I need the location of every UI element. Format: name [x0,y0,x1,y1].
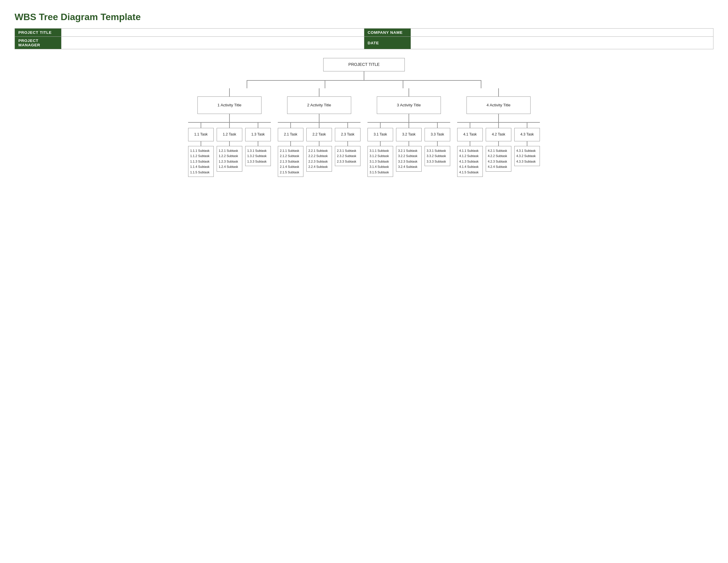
task-node-4.1: 4.1 Task [457,128,483,141]
project-manager-label: PROJECT MANAGER [15,37,61,49]
h-bar-container-1 [188,122,271,128]
subtask-box-2.2: 2.2.1 Subtask2.2.2 Subtask2.2.3 Subtask2… [306,146,332,172]
subtask-box-3.1: 3.1.1 Subtask3.1.2 Subtask3.1.3 Subtask3… [367,146,393,177]
h-bar-container-4 [457,122,540,128]
project-title-value[interactable] [61,29,364,37]
tasks-wrapper-3: 3.1 Task3.1.1 Subtask3.1.2 Subtask3.1.3 … [367,128,450,177]
activity-node-2: 2 Activity Title [287,96,351,114]
task-col-1.2: 1.2 Task1.2.1 Subtask1.2.2 Subtask1.2.3 … [217,128,242,172]
date-label: DATE [364,37,411,49]
vertical-connector [498,88,499,96]
task-col-2.1: 2.1 Task2.1.1 Subtask2.1.2 Subtask2.1.3 … [278,128,303,177]
task-col-3.3: 3.3 Task3.3.1 Subtask3.3.2 Subtask3.3.3 … [425,128,450,166]
vertical-connector [498,114,499,122]
subtask-box-1.3: 1.3.1 Subtask1.3.2 Subtask1.3.3 Subtask [245,146,271,166]
vertical-connector [347,141,348,146]
task-node-3.2: 3.2 Task [396,128,422,141]
activity-branch-4: 4 Activity Title4.1 Task4.1.1 Subtask4.1… [457,88,540,177]
task-col-2.3: 2.3 Task2.3.1 Subtask2.3.2 Subtask2.3.3 … [335,128,361,166]
vertical-connector [498,141,499,146]
root-node-wrapper: PROJECT TITLE [323,58,405,80]
vertical-connector [470,141,470,146]
task-col-4.2: 4.2 Task4.2.1 Subtask4.2.2 Subtask4.2.3 … [486,128,511,172]
tasks-wrapper-4: 4.1 Task4.1.1 Subtask4.1.2 Subtask4.1.3 … [457,128,540,177]
subtask-box-4.2: 4.2.1 Subtask4.2.2 Subtask4.2.3 Subtask4… [486,146,511,172]
tasks-with-bar-3: 3.1 Task3.1.1 Subtask3.1.2 Subtask3.1.3 … [367,122,450,177]
activity-node-1: 1 Activity Title [197,96,261,114]
wbs-tree: PROJECT TITLE1 Activity Title1.1 Task1.1… [15,58,713,177]
activity-node-4: 4 Activity Title [467,96,531,114]
task-col-1.1: 1.1 Task1.1.1 Subtask1.1.2 Subtask1.1.3 … [188,128,214,177]
vertical-connector [380,141,381,146]
task-col-4.1: 4.1 Task4.1.1 Subtask4.1.2 Subtask4.1.3 … [457,128,483,177]
subtask-box-2.1: 2.1.1 Subtask2.1.2 Subtask2.1.3 Subtask2… [278,146,303,177]
activity-node-3: 3 Activity Title [377,96,441,114]
tasks-wrapper-2: 2.1 Task2.1.1 Subtask2.1.2 Subtask2.1.3 … [278,128,361,177]
task-node-2.1: 2.1 Task [278,128,303,141]
date-value[interactable] [411,37,713,49]
tasks-with-bar-1: 1.1 Task1.1.1 Subtask1.1.2 Subtask1.1.3 … [188,122,271,177]
vertical-connector [319,141,319,146]
task-node-1.3: 1.3 Task [245,128,271,141]
tasks-with-bar-2: 2.1 Task2.1.1 Subtask2.1.2 Subtask2.1.3 … [278,122,361,177]
vertical-connector [229,141,230,146]
task-col-4.3: 4.3 Task4.3.1 Subtask4.3.2 Subtask4.3.3 … [514,128,540,166]
vertical-connector [527,141,527,146]
subtask-box-1.1: 1.1.1 Subtask1.1.2 Subtask1.1.3 Subtask1… [188,146,214,177]
task-col-1.3: 1.3 Task1.3.1 Subtask1.3.2 Subtask1.3.3 … [245,128,271,166]
root-node: PROJECT TITLE [323,58,405,71]
subtask-box-1.2: 1.2.1 Subtask1.2.2 Subtask1.2.3 Subtask1… [217,146,242,172]
activity-branch-2: 2 Activity Title2.1 Task2.1.1 Subtask2.1… [278,88,361,177]
task-node-1.2: 1.2 Task [217,128,242,141]
activities-outer-wrapper: 1 Activity Title1.1 Task1.1.1 Subtask1.1… [15,80,713,177]
task-node-2.3: 2.3 Task [335,128,361,141]
task-col-3.1: 3.1 Task3.1.1 Subtask3.1.2 Subtask3.1.3 … [367,128,393,177]
task-node-1.1: 1.1 Task [188,128,214,141]
project-title-label: PROJECT TITLE [15,29,61,37]
vertical-connector [319,114,319,122]
project-manager-value[interactable] [61,37,364,49]
subtask-box-4.1: 4.1.1 Subtask4.1.2 Subtask4.1.3 Subtask4… [457,146,483,177]
subtask-box-4.3: 4.3.1 Subtask4.3.2 Subtask4.3.3 Subtask [514,146,540,166]
vertical-connector [319,88,319,96]
h-bar-container-3 [367,122,450,128]
h-bar-container-2 [278,122,361,128]
vertical-connector [409,88,409,96]
vertical-connector [229,114,230,122]
wbs-diagram: PROJECT TITLE1 Activity Title1.1 Task1.1… [15,58,713,177]
task-col-3.2: 3.2 Task3.2.1 Subtask3.2.2 Subtask3.2.3 … [396,128,422,172]
vertical-connector [409,141,409,146]
subtask-box-3.2: 3.2.1 Subtask3.2.2 Subtask3.2.3 Subtask3… [396,146,422,172]
task-node-3.1: 3.1 Task [367,128,393,141]
activity-branch-1: 1 Activity Title1.1 Task1.1.1 Subtask1.1… [188,88,271,177]
subtask-box-3.3: 3.3.1 Subtask3.3.2 Subtask3.3.3 Subtask [425,146,450,166]
vertical-connector [409,114,409,122]
task-node-2.2: 2.2 Task [306,128,332,141]
vertical-connector [437,141,438,146]
task-node-3.3: 3.3 Task [425,128,450,141]
task-node-4.3: 4.3 Task [514,128,540,141]
company-name-label: COMPANY NAME [364,29,411,37]
vertical-connector [229,88,230,96]
task-col-2.2: 2.2 Task2.2.1 Subtask2.2.2 Subtask2.2.3 … [306,128,332,172]
vertical-connector [290,141,291,146]
vertical-connector [258,141,258,146]
tasks-with-bar-4: 4.1 Task4.1.1 Subtask4.1.2 Subtask4.1.3 … [457,122,540,177]
info-table: PROJECT TITLE COMPANY NAME PROJECT MANAG… [15,28,713,49]
subtask-box-2.3: 2.3.1 Subtask2.3.2 Subtask2.3.3 Subtask [335,146,361,166]
page-title: WBS Tree Diagram Template [15,12,713,22]
company-name-value[interactable] [411,29,713,37]
vertical-connector [201,141,201,146]
task-node-4.2: 4.2 Task [486,128,511,141]
tasks-wrapper-1: 1.1 Task1.1.1 Subtask1.1.2 Subtask1.1.3 … [188,128,271,177]
activity-level: 1 Activity Title1.1 Task1.1.1 Subtask1.1… [15,88,713,177]
vertical-connector [364,71,364,80]
activity-h-bar [208,80,520,88]
activity-branch-3: 3 Activity Title3.1 Task3.1.1 Subtask3.1… [367,88,450,177]
